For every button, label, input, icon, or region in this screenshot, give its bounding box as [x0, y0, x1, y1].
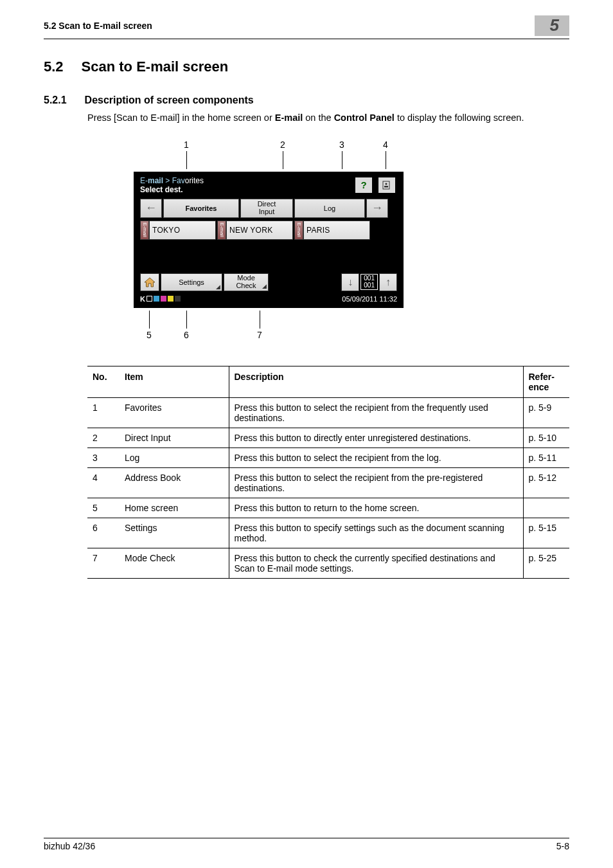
toner-indicator: K — [140, 295, 181, 303]
running-header: 5.2 Scan to E-mail screen 5 — [44, 15, 569, 39]
cell-desc: Press this button to return to the home … — [229, 498, 523, 518]
timestamp: 05/09/2011 11:32 — [342, 295, 397, 303]
cell-desc: Press this button to specify settings su… — [229, 518, 523, 548]
table-row: 5 Home screen Press this button to retur… — [87, 498, 569, 518]
callout-4: 4 — [383, 140, 388, 150]
table-header-row: No. Item Description Refer- ence — [87, 366, 569, 397]
table-row: 2 Direct Input Press this button to dire… — [87, 428, 569, 448]
page-up-button[interactable]: ↑ — [379, 273, 397, 291]
callout-1: 1 — [184, 140, 189, 150]
tab-log[interactable]: Log — [294, 199, 365, 218]
destination-list: E-mail TOKYO E-mail NEW YORK E-mail PARI… — [138, 218, 400, 273]
screen-header: E-mail > Favorites Select dest. ? — [138, 176, 400, 199]
settings-button-label: Settings — [179, 278, 204, 286]
table-row: 3 Log Press this button to select the re… — [87, 448, 569, 467]
destination-type-tag: E-mail — [140, 221, 149, 240]
heading-2-title: Scan to E-mail screen — [82, 59, 229, 75]
address-book-icon[interactable] — [378, 177, 396, 194]
toner-dot — [147, 296, 152, 302]
corner-triangle-icon: ◢ — [216, 284, 220, 290]
cell-ref: p. 5-12 — [523, 467, 569, 498]
svg-point-1 — [385, 183, 387, 185]
destination-newyork[interactable]: E-mail NEW YORK — [217, 221, 293, 240]
destination-label: PARIS — [303, 221, 370, 240]
callouts-bottom: 5 6 7 — [134, 308, 569, 340]
callout-3: 3 — [339, 140, 344, 150]
table-row: 1 Favorites Press this button to select … — [87, 397, 569, 428]
corner-triangle-icon: ◢ — [262, 284, 267, 289]
cell-no: 4 — [87, 467, 120, 498]
heading-3: 5.2.1 Description of screen components — [44, 95, 569, 106]
device-screen: E-mail > Favorites Select dest. ? ← Favo… — [134, 172, 404, 308]
settings-button[interactable]: Settings ◢ — [161, 273, 222, 291]
intro-text-post: to display the following screen. — [395, 113, 524, 123]
home-icon — [144, 277, 155, 287]
toner-dot — [168, 296, 173, 302]
figure: 1 2 3 4 E-mail > Favorites Select dest. … — [134, 140, 569, 340]
tab-favorites[interactable]: Favorites — [163, 199, 239, 218]
cell-ref — [523, 498, 569, 518]
table-row: 4 Address Book Press this button to sele… — [87, 467, 569, 498]
cell-ref: p. 5-15 — [523, 518, 569, 548]
col-description: Description — [229, 366, 523, 397]
cell-desc: Press this button to select the recipien… — [229, 467, 523, 498]
chapter-number-badge: 5 — [535, 15, 569, 36]
footer-page: 5-8 — [556, 841, 569, 851]
home-button[interactable] — [140, 273, 159, 291]
table-row: 7 Mode Check Press this button to check … — [87, 548, 569, 578]
cell-desc: Press this button to select the recipien… — [229, 448, 523, 467]
destination-type-tag: E-mail — [217, 221, 226, 240]
cell-ref: p. 5-25 — [523, 548, 569, 578]
callout-2: 2 — [280, 140, 285, 150]
mode-check-button[interactable]: Mode Check ◢ — [224, 273, 269, 291]
tab-direct-input[interactable]: Direct Input — [240, 199, 293, 218]
intro-text-mid: on the — [303, 113, 333, 123]
heading-3-title: Description of screen components — [85, 95, 254, 106]
tab-left-arrow-icon[interactable]: ← — [140, 199, 162, 218]
cell-ref: p. 5-10 — [523, 428, 569, 448]
page-footer: bizhub 42/36 5-8 — [44, 838, 569, 851]
toner-dot — [154, 296, 159, 302]
svg-rect-2 — [384, 186, 388, 188]
cell-no: 7 — [87, 548, 120, 578]
col-reference: Refer- ence — [523, 366, 569, 397]
destination-label: NEW YORK — [226, 221, 293, 240]
destination-tokyo[interactable]: E-mail TOKYO — [140, 221, 216, 240]
intro-bold-2: Control Panel — [334, 113, 395, 123]
breadcrumb-1a: E- — [140, 176, 148, 185]
callout-7: 7 — [257, 330, 262, 340]
tab-right-arrow-icon[interactable]: → — [366, 199, 388, 218]
svg-rect-0 — [383, 181, 389, 189]
cell-desc: Press this button to check the currently… — [229, 548, 523, 578]
cell-no: 6 — [87, 518, 120, 548]
intro-bold-1: E-mail — [275, 113, 303, 123]
cell-item: Direct Input — [120, 428, 229, 448]
col-no: No. — [87, 366, 120, 397]
cell-no: 3 — [87, 448, 120, 467]
page-down-button[interactable]: ↓ — [341, 273, 359, 291]
breadcrumb-1d: orites — [185, 176, 204, 185]
help-icon[interactable]: ? — [355, 177, 373, 194]
callout-5: 5 — [147, 330, 152, 340]
cell-ref: p. 5-9 — [523, 397, 569, 428]
cell-item: Settings — [120, 518, 229, 548]
table-body: 1 Favorites Press this button to select … — [87, 397, 569, 578]
destination-paris[interactable]: E-mail PARIS — [294, 221, 370, 240]
heading-2: 5.2 Scan to E-mail screen — [44, 59, 569, 75]
callouts-top: 1 2 3 4 — [134, 140, 569, 172]
callout-6: 6 — [184, 330, 189, 340]
svg-marker-3 — [145, 278, 155, 287]
running-title: 5.2 Scan to E-mail screen — [44, 21, 152, 31]
cell-no: 1 — [87, 397, 120, 428]
breadcrumb-1c: > Fav — [163, 176, 185, 185]
toner-dot — [175, 296, 181, 302]
cell-item: Address Book — [120, 467, 229, 498]
cell-ref: p. 5-11 — [523, 448, 569, 467]
table-row: 6 Settings Press this button to specify … — [87, 518, 569, 548]
footer-model: bizhub 42/36 — [44, 841, 95, 851]
mode-check-button-label: Mode Check — [236, 275, 256, 289]
cell-item: Mode Check — [120, 548, 229, 578]
cell-desc: Press this button to directly enter unre… — [229, 428, 523, 448]
toner-dot — [161, 296, 166, 302]
cell-item: Home screen — [120, 498, 229, 518]
